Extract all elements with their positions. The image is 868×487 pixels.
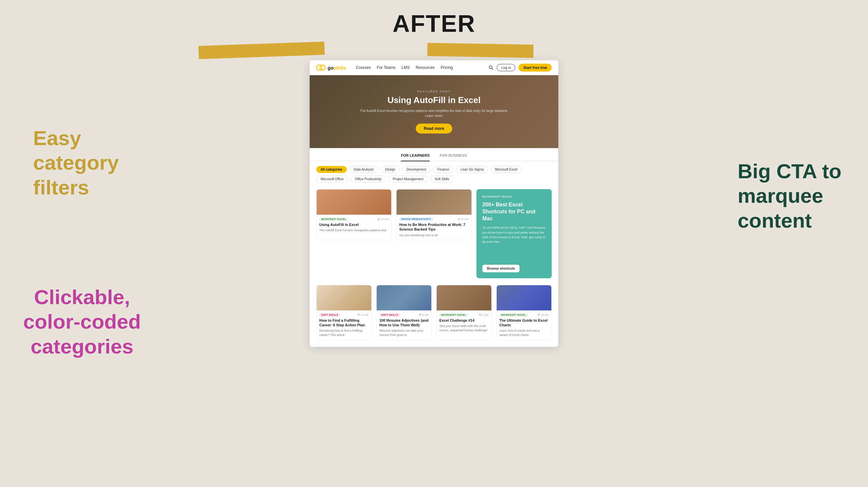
hero-subtitle: The Autofill Excel function recognizes p…	[358, 108, 510, 118]
nav-links: Courses For Teams LMS Resources Pricing	[356, 65, 483, 70]
article-image-autofill	[317, 190, 391, 215]
filter-microsoft-office[interactable]: Microsoft Office	[316, 175, 348, 183]
filter-soft-skills[interactable]: Soft Skills	[430, 175, 454, 183]
start-trial-button[interactable]: Start free trial	[519, 64, 552, 71]
annotation-easy-category: Easycategoryfilters	[33, 126, 119, 200]
tape-left	[198, 41, 324, 59]
annotation-big-cta: Big CTA tomarqueecontent	[738, 159, 841, 233]
tab-for-learners[interactable]: FOR LEARNERS	[401, 153, 430, 161]
card-body-excel-charts: MICROSOFT EXCEL 16 min The Ultimate Guid…	[497, 311, 551, 340]
card-category-career: SOFT SKILLS	[319, 313, 340, 317]
logo-brand: skills	[334, 65, 346, 71]
filter-finance[interactable]: Finance	[433, 166, 454, 173]
card-meta-autofill: MICROSOFT EXCEL 14 min	[319, 217, 389, 221]
svg-line-21	[539, 315, 539, 315]
annotation-big-cta-text: Big CTA tomarqueecontent	[738, 159, 841, 233]
card-title-productive: How to Be More Productive at Work: 7 Sci…	[399, 222, 468, 232]
browse-shortcuts-button[interactable]: Browse shortcuts	[483, 265, 520, 272]
card-meta-excel-challenge: MICROSOFT EXCEL 2 min	[439, 313, 489, 317]
filter-lean-six-sigma[interactable]: Lean Six Sigma	[456, 166, 488, 173]
hero-content: FEATURED POST Using AutoFill in Excel Th…	[358, 90, 510, 133]
card-desc-excel-charts: Learn how to create and use a variety of…	[499, 329, 549, 337]
filter-microsoft-excel[interactable]: Microsoft Excel	[491, 166, 522, 173]
card-desc-productive: Are you wondering how to be	[399, 233, 468, 237]
featured-card-title: 200+ Best Excel Shortcuts for PC and Mac	[483, 201, 546, 222]
clock-icon	[377, 218, 380, 221]
clock-icon	[358, 314, 360, 316]
filter-data-analysis[interactable]: Data Analysis	[349, 166, 378, 173]
after-label: AFTER	[0, 0, 868, 44]
logo-text: goskills	[328, 65, 346, 71]
nav-lms[interactable]: LMS	[402, 65, 410, 70]
login-button[interactable]: Log in	[497, 64, 515, 71]
card-body-career: SOFT SKILLS 12 min How to Find a Fulfill…	[317, 311, 371, 340]
card-time-excel-charts: 16 min	[537, 314, 549, 316]
article-card-excel-charts[interactable]: MICROSOFT EXCEL 16 min The Ultimate Guid…	[496, 285, 552, 340]
featured-card-desc: So you think you're fancy, huh? Just bec…	[483, 225, 546, 244]
svg-line-18	[480, 315, 481, 315]
card-desc-resume: Resume adjectives can take your resume f…	[379, 329, 429, 337]
hero-featured-label: FEATURED POST	[358, 90, 510, 93]
article-image-excel-challenge	[437, 285, 491, 311]
card-time-career: 12 min	[358, 314, 369, 316]
card-meta-productive: OFFICE PRODUCTIVITY 11 min	[399, 217, 468, 221]
content-grid-row1: MICROSOFT EXCEL 14 min Using AutoFill in…	[310, 186, 558, 285]
svg-line-3	[492, 69, 493, 70]
logo-icon	[316, 65, 326, 71]
search-icon[interactable]	[489, 65, 493, 70]
card-category-autofill: MICROSOFT EXCEL	[319, 217, 348, 221]
card-meta-excel-charts: MICROSOFT EXCEL 16 min	[499, 313, 549, 317]
article-image-excel-charts	[497, 285, 551, 311]
featured-card-category: MICROSOFT EXCEL	[483, 195, 546, 198]
nav-resources[interactable]: Resources	[416, 65, 435, 70]
article-card-autofill[interactable]: MICROSOFT EXCEL 14 min Using AutoFill in…	[316, 189, 392, 240]
content-grid-row2: SOFT SKILLS 12 min How to Find a Fulfill…	[310, 285, 558, 347]
filter-development[interactable]: Development	[402, 166, 430, 173]
filter-section: All categories Data Analysis Design Deve…	[310, 161, 558, 186]
card-desc-career: Wondering how to find a fulfilling caree…	[319, 329, 369, 337]
nav-courses[interactable]: Courses	[356, 65, 371, 70]
annotation-easy-category-text: Easycategoryfilters	[33, 126, 119, 200]
nav-pricing[interactable]: Pricing	[441, 65, 453, 70]
card-time-excel-challenge: 2 min	[479, 314, 489, 316]
card-time-productive: 11 min	[458, 218, 469, 221]
card-category-excel-charts: MICROSOFT EXCEL	[499, 313, 528, 317]
card-desc-excel-challenge: Test your Excel skills with this multi-s…	[439, 324, 489, 332]
card-category-productive: OFFICE PRODUCTIVITY	[399, 217, 433, 221]
article-image-career	[317, 285, 371, 311]
article-card-excel-challenge[interactable]: MICROSOFT EXCEL 2 min Excel Challenge #1…	[436, 285, 492, 340]
card-time-resume: 8 min	[419, 314, 429, 316]
tab-for-business[interactable]: FOR BUSINESS	[440, 153, 467, 161]
logo[interactable]: goskills	[316, 65, 346, 71]
clock-icon	[458, 218, 460, 221]
clock-icon	[479, 314, 482, 316]
featured-card-excel-shortcuts[interactable]: MICROSOFT EXCEL 200+ Best Excel Shortcut…	[476, 189, 552, 278]
annotation-clickable-text: Clickable,color-codedcategories	[23, 285, 141, 359]
filter-design[interactable]: Design	[381, 166, 400, 173]
card-title-resume: 100 Resume Adjectives (and How to Use Th…	[379, 318, 429, 328]
clock-icon	[419, 314, 422, 316]
svg-line-6	[379, 219, 379, 220]
article-card-resume[interactable]: SOFT SKILLS 8 min 100 Resume Adjectives …	[376, 285, 432, 340]
svg-point-1	[320, 65, 325, 70]
card-meta-resume: SOFT SKILLS 8 min	[379, 313, 429, 317]
svg-line-15	[420, 315, 421, 315]
card-title-career: How to Find a Fulfilling Career: 6 Step …	[319, 318, 369, 328]
read-more-button[interactable]: Read more	[416, 124, 452, 133]
browser-window: goskills Courses For Teams LMS Resources…	[310, 60, 558, 347]
annotation-clickable: Clickable,color-codedcategories	[23, 285, 141, 359]
filter-project-management[interactable]: Project Management	[389, 175, 428, 183]
article-card-career[interactable]: SOFT SKILLS 12 min How to Find a Fulfill…	[316, 285, 372, 340]
article-card-productive[interactable]: OFFICE PRODUCTIVITY 11 min How to Be Mor…	[396, 189, 471, 240]
card-body-autofill: MICROSOFT EXCEL 14 min Using AutoFill in…	[317, 215, 391, 235]
card-category-resume: SOFT SKILLS	[379, 313, 400, 317]
filter-all-categories[interactable]: All categories	[316, 166, 347, 173]
tape-right	[427, 43, 534, 58]
card-body-resume: SOFT SKILLS 8 min 100 Resume Adjectives …	[377, 311, 431, 340]
svg-line-9	[459, 219, 460, 220]
card-category-excel-challenge: MICROSOFT EXCEL	[439, 313, 468, 317]
filter-office-productivity[interactable]: Office Productivity	[350, 175, 385, 183]
tape-decoration	[0, 44, 868, 64]
article-image-productive	[397, 190, 471, 215]
nav-for-teams[interactable]: For Teams	[377, 65, 396, 70]
